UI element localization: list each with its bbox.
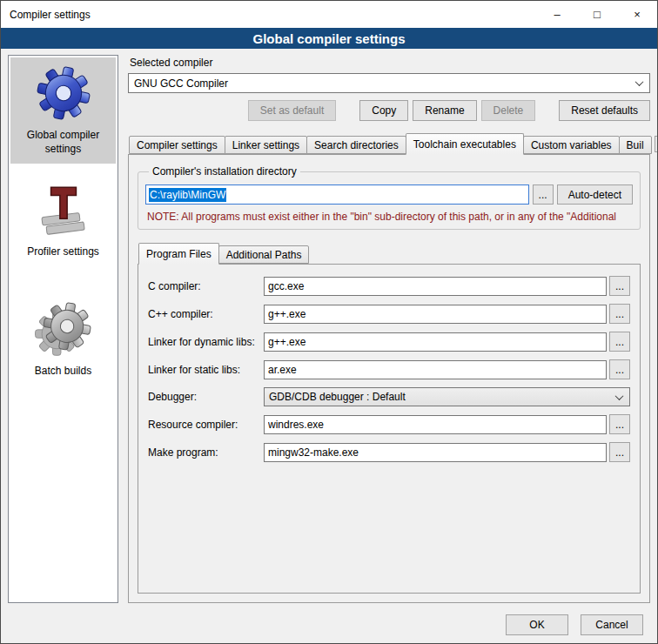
- static-linker-input[interactable]: [264, 360, 607, 379]
- chevron-down-icon: [608, 388, 629, 406]
- minimize-button[interactable]: –: [537, 1, 577, 28]
- compiler-button-row: Set as default Copy Rename Delete Reset …: [128, 100, 650, 121]
- cpp-compiler-input[interactable]: [264, 305, 607, 324]
- tab-build-options[interactable]: Buil: [619, 136, 652, 154]
- selected-compiler-combobox[interactable]: GNU GCC Compiler: [128, 73, 650, 93]
- subtab-additional-paths[interactable]: Additional Paths: [218, 245, 310, 264]
- resource-compiler-label: Resource compiler:: [148, 419, 264, 431]
- batch-builds-icon: [35, 300, 92, 358]
- sidebar: Global compiler settings Profiler settin: [8, 55, 118, 603]
- tab-compiler-settings[interactable]: Compiler settings: [129, 136, 225, 154]
- form-row-resource-compiler: Resource compiler: ...: [148, 414, 630, 434]
- profiler-icon: [35, 181, 92, 238]
- form-row-debugger: Debugger: GDB/CDB debugger : Default: [148, 387, 630, 406]
- tab-toolchain-executables[interactable]: Toolchain executables: [406, 133, 524, 155]
- dialog-footer: OK Cancel: [1, 607, 657, 643]
- debugger-select[interactable]: GDB/CDB debugger : Default: [264, 387, 630, 406]
- window-title: Compiler settings: [10, 9, 91, 21]
- toolchain-executables-panel: Compiler's installation directory C:\ray…: [128, 154, 650, 603]
- page-title: Global compiler settings: [1, 28, 657, 49]
- resource-compiler-browse-button[interactable]: ...: [609, 414, 630, 434]
- sidebar-item-profiler-settings[interactable]: Profiler settings: [10, 174, 116, 267]
- debugger-value: GDB/CDB debugger : Default: [269, 391, 608, 403]
- dynamic-linker-label: Linker for dynamic libs:: [148, 336, 264, 348]
- tab-scroll-arrows: ◄ ►: [651, 136, 658, 152]
- sidebar-item-batch-builds[interactable]: Batch builds: [10, 293, 116, 386]
- chevron-down-icon: [628, 74, 649, 92]
- make-program-input[interactable]: [264, 443, 607, 462]
- maximize-button[interactable]: □: [577, 1, 617, 28]
- sidebar-item-global-compiler-settings[interactable]: Global compiler settings: [10, 57, 116, 164]
- reset-defaults-button[interactable]: Reset defaults: [559, 100, 650, 121]
- debugger-label: Debugger:: [148, 391, 264, 403]
- sidebar-item-label: Profiler settings: [27, 245, 99, 259]
- window-controls: – □ ×: [537, 1, 657, 28]
- form-row-c-compiler: C compiler: ...: [148, 276, 630, 296]
- make-program-label: Make program:: [148, 446, 264, 459]
- selected-compiler-value: GNU GCC Compiler: [134, 77, 628, 90]
- selected-text: C:\raylib\MinGW: [149, 188, 226, 202]
- form-row-dynamic-linker: Linker for dynamic libs: ...: [148, 332, 630, 352]
- resource-compiler-input[interactable]: [264, 415, 607, 434]
- tab-custom-variables[interactable]: Custom variables: [523, 136, 620, 154]
- static-linker-label: Linker for static libs:: [148, 364, 264, 376]
- compiler-settings-window: Compiler settings – □ × Global compiler …: [0, 0, 658, 644]
- form-row-make-program: Make program: ...: [148, 442, 630, 462]
- titlebar: Compiler settings – □ ×: [1, 1, 657, 28]
- c-compiler-input[interactable]: [264, 277, 607, 296]
- delete-button: Delete: [481, 100, 536, 121]
- set-as-default-button: Set as default: [248, 100, 336, 121]
- settings-tabbar: Compiler settings Linker settings Search…: [128, 133, 650, 154]
- installation-directory-legend: Compiler's installation directory: [149, 165, 300, 178]
- program-files-subtabbar: Program Files Additional Paths: [138, 243, 641, 264]
- program-files-panel: C compiler: ... C++ compiler: ... Linker…: [138, 264, 641, 594]
- cancel-button[interactable]: Cancel: [581, 614, 643, 635]
- ok-button[interactable]: OK: [506, 614, 568, 635]
- tab-scroll-left-button[interactable]: ◄: [655, 136, 658, 152]
- selected-compiler-label: Selected compiler: [130, 57, 650, 69]
- dynamic-linker-input[interactable]: [264, 332, 607, 352]
- dialog-body: Global compiler settings Profiler settin: [1, 49, 657, 607]
- main-content: Selected compiler GNU GCC Compiler Set a…: [128, 55, 650, 603]
- static-linker-browse-button[interactable]: ...: [609, 359, 630, 379]
- subtab-program-files[interactable]: Program Files: [138, 243, 219, 265]
- rename-button[interactable]: Rename: [413, 100, 476, 121]
- c-compiler-label: C compiler:: [148, 280, 264, 292]
- cpp-compiler-label: C++ compiler:: [148, 308, 264, 320]
- installation-directory-group: Compiler's installation directory C:\ray…: [138, 165, 641, 230]
- bin-subdirectory-note: NOTE: All programs must exist either in …: [147, 211, 633, 223]
- cpp-compiler-browse-button[interactable]: ...: [609, 304, 630, 324]
- form-row-cpp-compiler: C++ compiler: ...: [148, 304, 630, 324]
- close-button[interactable]: ×: [617, 1, 657, 28]
- form-row-static-linker: Linker for static libs: ...: [148, 359, 630, 379]
- sidebar-item-label: Global compiler settings: [13, 129, 113, 156]
- compiler-gear-icon: [35, 64, 92, 122]
- dynamic-linker-browse-button[interactable]: ...: [609, 332, 630, 352]
- installation-directory-row: C:\raylib\MinGW ... Auto-detect: [145, 184, 633, 205]
- install-dir-browse-button[interactable]: ...: [533, 184, 554, 205]
- autodetect-button[interactable]: Auto-detect: [557, 184, 633, 205]
- tab-search-directories[interactable]: Search directories: [306, 136, 406, 154]
- copy-button[interactable]: Copy: [359, 100, 408, 121]
- install-dir-input[interactable]: C:\raylib\MinGW: [145, 184, 529, 205]
- tab-linker-settings[interactable]: Linker settings: [225, 136, 307, 154]
- sidebar-item-label: Batch builds: [35, 365, 91, 379]
- c-compiler-browse-button[interactable]: ...: [609, 276, 630, 296]
- make-program-browse-button[interactable]: ...: [609, 442, 630, 462]
